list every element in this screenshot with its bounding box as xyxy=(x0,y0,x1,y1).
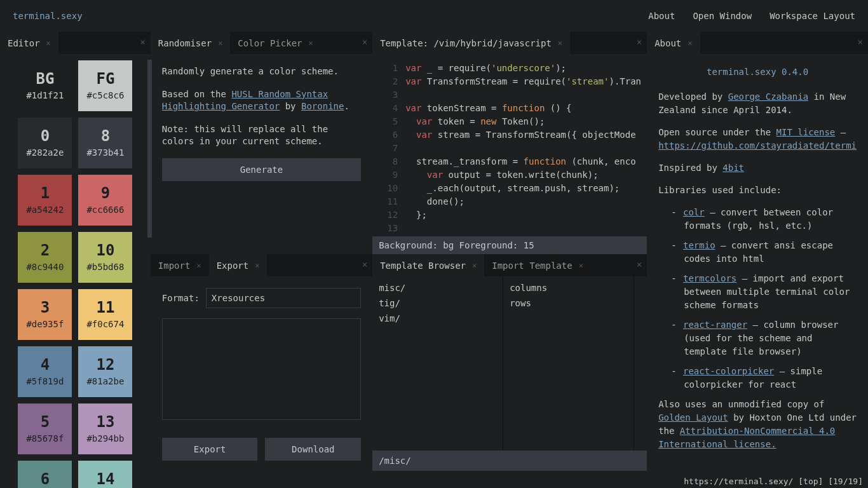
lib-item: termcolors — import and export between m… xyxy=(684,272,857,312)
boronine-link[interactable]: Boronine xyxy=(301,101,344,111)
close-icon[interactable]: × xyxy=(46,39,51,48)
format-select[interactable] xyxy=(206,288,361,308)
swatch-6[interactable]: 6#5e8d87 xyxy=(18,461,72,488)
format-label: Format: xyxy=(162,293,200,303)
lib-link[interactable]: termcolors xyxy=(683,273,736,283)
swatch-BG[interactable]: BG#1d1f21 xyxy=(18,60,72,111)
tab-label: Export xyxy=(217,261,249,271)
lib-item: react-ranger — column browser (used for … xyxy=(684,318,857,358)
swatch-number: 8 xyxy=(101,127,110,145)
randomiser-based-on: Based on the HUSL Random Syntax Highligh… xyxy=(162,88,361,113)
swatch-3[interactable]: 3#de935f xyxy=(18,289,72,340)
nav-open-window[interactable]: Open Window xyxy=(693,11,752,21)
close-icon[interactable]: × xyxy=(255,261,259,270)
lib-link[interactable]: colr xyxy=(683,207,705,217)
swatch-number: 4 xyxy=(41,356,50,374)
swatch-11[interactable]: 11#f0c674 xyxy=(78,289,132,340)
panel-close-icon[interactable]: × xyxy=(858,37,863,47)
swatch-number: 14 xyxy=(96,470,114,488)
browser-item[interactable]: columns xyxy=(503,280,634,295)
lib-link[interactable]: react-colorpicker xyxy=(683,366,774,376)
close-icon[interactable]: × xyxy=(558,39,562,48)
lib-item: colr — convert between color formats (rg… xyxy=(684,206,857,233)
panel-close-icon[interactable]: × xyxy=(637,259,642,269)
generate-button[interactable]: Generate xyxy=(162,158,361,181)
swatch-hex: #b294bb xyxy=(86,433,124,444)
swatch-number: 6 xyxy=(41,470,50,488)
close-icon[interactable]: × xyxy=(309,39,313,48)
close-icon[interactable]: × xyxy=(196,261,201,270)
swatch-9[interactable]: 9#cc6666 xyxy=(78,175,132,226)
panel-close-icon[interactable]: × xyxy=(362,259,367,269)
export-button[interactable]: Export xyxy=(162,438,258,461)
cc-license-link[interactable]: Attribution-NonCommercial 4.0 Internatio… xyxy=(658,426,835,449)
swatch-14[interactable]: 14#8abeb7 xyxy=(78,461,132,488)
panel-close-icon[interactable]: × xyxy=(140,37,145,47)
download-button[interactable]: Download xyxy=(265,438,361,461)
browser-item[interactable]: misc/ xyxy=(372,280,503,295)
swatch-number: 0 xyxy=(41,127,50,145)
swatch-number: 9 xyxy=(101,184,110,202)
close-icon[interactable]: × xyxy=(579,261,583,270)
about-libs-intro: Libraries used include: xyxy=(658,184,857,197)
browser-item[interactable]: rows xyxy=(503,295,634,311)
swatch-grid: BG#1d1f21FG#c5c8c60#282a2e8#373b411#a542… xyxy=(6,54,144,488)
swatch-13[interactable]: 13#b294bb xyxy=(78,403,132,454)
swatch-0[interactable]: 0#282a2e xyxy=(18,118,72,168)
lib-link[interactable]: termio xyxy=(683,240,715,250)
swatch-8[interactable]: 8#373b41 xyxy=(78,118,132,168)
scrollbar[interactable] xyxy=(147,60,152,238)
tab-export[interactable]: Export × xyxy=(209,254,268,276)
swatch-hex: #b5bd68 xyxy=(86,262,124,272)
tab-about[interactable]: About × xyxy=(647,32,700,54)
nav-about[interactable]: About xyxy=(648,11,675,21)
browser-item[interactable]: tig/ xyxy=(372,295,503,311)
swatch-10[interactable]: 10#b5bd68 xyxy=(78,232,132,283)
tab-label: Randomiser xyxy=(158,38,212,48)
tab-color-picker[interactable]: Color Picker × xyxy=(230,32,320,54)
tab-template-browser[interactable]: Template Browser × xyxy=(372,254,484,276)
github-link[interactable]: https://github.com/stayradiated/termi xyxy=(658,140,857,151)
lib-item: react-colorpicker — simple colorpicker f… xyxy=(684,365,857,391)
tab-import[interactable]: Import × xyxy=(151,254,209,276)
tab-label: Template Browser xyxy=(380,261,466,271)
top-nav: About Open Window Workspace Layout xyxy=(648,11,855,21)
nav-workspace-layout[interactable]: Workspace Layout xyxy=(770,11,855,21)
tab-randomiser[interactable]: Randomiser × xyxy=(151,32,231,54)
panel-close-icon[interactable]: × xyxy=(637,37,642,47)
swatch-hex: #282a2e xyxy=(26,147,64,158)
lib-item: termio — convert ansi escape codes into … xyxy=(684,239,857,266)
browser-item[interactable]: vim/ xyxy=(372,311,503,326)
about-opensource: Open source under the MIT license — http… xyxy=(658,126,857,152)
swatch-5[interactable]: 5#85678f xyxy=(18,403,72,454)
4bit-link[interactable]: 4bit xyxy=(722,163,744,173)
lib-link[interactable]: react-ranger xyxy=(683,320,747,330)
panel-close-icon[interactable]: × xyxy=(362,37,367,47)
swatch-number: 11 xyxy=(96,299,114,316)
swatch-hex: #8c9440 xyxy=(26,262,64,272)
swatch-12[interactable]: 12#81a2be xyxy=(78,346,132,397)
golden-layout-link[interactable]: Golden Layout xyxy=(658,412,728,423)
tab-label: Import Template xyxy=(492,261,572,271)
mit-license-link[interactable]: MIT license xyxy=(776,127,836,137)
browser-col-left: misc/tig/vim/ xyxy=(372,276,503,451)
swatch-hex: #a54242 xyxy=(26,205,64,215)
tab-editor[interactable]: Editor × xyxy=(0,32,58,54)
swatch-FG[interactable]: FG#c5c8c6 xyxy=(78,60,132,111)
tab-template[interactable]: Template: /vim/hybrid/javascript × xyxy=(372,32,570,54)
swatch-number: 3 xyxy=(41,299,50,316)
browser-col-right: columnsrows xyxy=(503,276,634,451)
swatch-2[interactable]: 2#8c9440 xyxy=(18,232,72,283)
template-statusline: Background: bg Foreground: 15 xyxy=(372,236,647,254)
about-golden-layout: Also uses an unmodified copy of Golden L… xyxy=(658,398,857,451)
export-output[interactable] xyxy=(162,318,361,420)
tab-import-template[interactable]: Import Template × xyxy=(484,254,591,276)
close-icon[interactable]: × xyxy=(688,39,692,48)
close-icon[interactable]: × xyxy=(218,39,222,48)
close-icon[interactable]: × xyxy=(472,261,477,270)
swatch-4[interactable]: 4#5f819d xyxy=(18,346,72,397)
developer-link[interactable]: George Czabania xyxy=(728,92,808,102)
swatch-number: FG xyxy=(96,70,114,88)
swatch-hex: #cc6666 xyxy=(86,205,124,215)
swatch-1[interactable]: 1#a54242 xyxy=(18,175,72,226)
